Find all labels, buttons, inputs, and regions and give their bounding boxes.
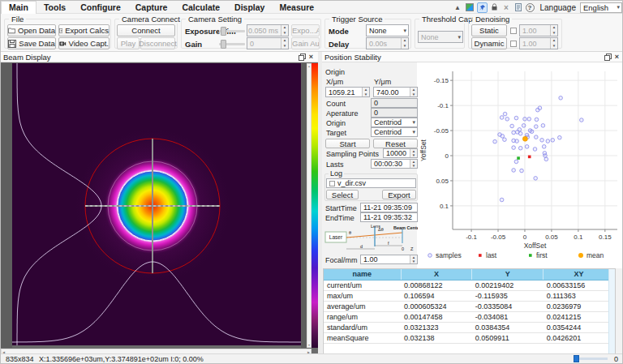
unlink-icon[interactable]: × bbox=[501, 2, 512, 13]
target-mode-select[interactable]: Centriod▾ bbox=[371, 127, 418, 137]
language-label: Language bbox=[540, 3, 577, 12]
svg-text:f: f bbox=[388, 241, 389, 246]
gain-auto-button: Gain Auto bbox=[291, 37, 320, 49]
table-scrollbar[interactable] bbox=[608, 269, 615, 353]
table-cell: 0.0426201 bbox=[544, 332, 615, 343]
pin-icon[interactable] bbox=[477, 2, 488, 13]
scroll-up-icon[interactable]: ▴ bbox=[308, 64, 310, 68]
export-calcs-label: Export Calcs bbox=[65, 26, 109, 35]
menu-tab-display[interactable]: Display bbox=[227, 1, 272, 14]
samples-point bbox=[503, 138, 507, 142]
folder-icon bbox=[8, 27, 15, 34]
gain-value-field[interactable]: 0▲▼ bbox=[247, 37, 289, 49]
static-checkbox[interactable] bbox=[510, 28, 517, 34]
sampling-points-input[interactable]: 10000▲▼ bbox=[383, 148, 418, 158]
table-cell: 0.0321323 bbox=[401, 322, 472, 332]
exposure-value: 0.050 ms bbox=[248, 27, 278, 35]
origin-y-spinner[interactable]: ▲▼ bbox=[410, 88, 417, 96]
legend-marker-samples bbox=[428, 254, 432, 258]
export-button[interactable]: Export bbox=[382, 190, 416, 199]
table-cell: range/um bbox=[324, 311, 401, 322]
exposure-spinner[interactable]: ▲▼ bbox=[281, 25, 288, 36]
save-data-button[interactable]: Save Data bbox=[7, 37, 56, 49]
select-label: Select bbox=[332, 191, 353, 199]
exposure-auto-button: Expo...Auto bbox=[291, 24, 320, 36]
lock-icon[interactable] bbox=[489, 2, 500, 13]
export-calcs-button[interactable]: Export Calcs bbox=[58, 24, 110, 36]
gain-spinner[interactable]: ▲▼ bbox=[281, 38, 288, 49]
focal-spinner[interactable]: ▲▼ bbox=[410, 255, 417, 263]
table-cell: 0.111363 bbox=[544, 290, 615, 301]
menu-tabs: MainToolsConfigureCaptureCalculateDispla… bbox=[1, 1, 321, 14]
gain-slider[interactable] bbox=[219, 43, 245, 45]
table-row: current/um0.008681220.002194020.00633156 bbox=[324, 280, 615, 290]
lasts-input[interactable]: 00:00:30▲▼ bbox=[371, 159, 418, 169]
theme-icon[interactable] bbox=[465, 2, 475, 13]
exposure-value-field[interactable]: 0.050 ms▲▼ bbox=[247, 24, 289, 36]
menu-tab-main[interactable]: Main bbox=[1, 1, 37, 14]
float-panel-icon[interactable] bbox=[298, 53, 307, 62]
log-file-checkbox[interactable] bbox=[329, 181, 335, 186]
dynamic-denoise-button[interactable]: Dynamic bbox=[471, 37, 507, 49]
trigger-mode-select[interactable]: None▾ bbox=[366, 24, 409, 36]
samples-point bbox=[533, 148, 537, 152]
collapse-icon[interactable]: ▲ bbox=[453, 2, 463, 13]
video-camera-icon bbox=[59, 41, 67, 47]
table-header-cell[interactable]: X bbox=[401, 269, 472, 280]
chevron-down-icon: ▾ bbox=[458, 34, 461, 41]
close-panel-icon[interactable]: × bbox=[612, 53, 621, 62]
open-data-button[interactable]: Open Data bbox=[7, 24, 56, 36]
scroll-down-icon[interactable]: ▾ bbox=[308, 343, 310, 347]
gain-slider-handle[interactable] bbox=[221, 40, 226, 49]
start-button[interactable]: Start bbox=[325, 139, 370, 148]
menu-tab-tools[interactable]: Tools bbox=[37, 1, 73, 14]
exposure-slider[interactable] bbox=[219, 30, 245, 32]
table-cell: 0.000605324 bbox=[401, 301, 472, 311]
menu-tab-measure[interactable]: Measure bbox=[272, 1, 321, 14]
target-mode-label: Target bbox=[326, 129, 346, 137]
focal-input[interactable]: 1.00▲▼ bbox=[360, 255, 418, 264]
count-field: 0 bbox=[371, 98, 418, 108]
menu-tab-calculate[interactable]: Calculate bbox=[174, 1, 227, 14]
zoom-slider[interactable] bbox=[574, 358, 608, 360]
beam-display-panel: Beam Display × bbox=[1, 52, 318, 355]
help-icon[interactable]: ? bbox=[526, 3, 535, 12]
origin-mode-select[interactable]: Centriod▾ bbox=[371, 118, 418, 127]
target-mode-value: Centriod bbox=[374, 128, 402, 136]
trigger-source-group: Trigger Source Mode None▾ Delay 0.00s▲▼ bbox=[324, 19, 411, 49]
static-denoise-button[interactable]: Static bbox=[471, 24, 507, 36]
menu-tab-capture[interactable]: Capture bbox=[128, 1, 175, 14]
origin-x-input[interactable]: 1059.21▲▼ bbox=[325, 87, 370, 97]
menu-tab-configure[interactable]: Configure bbox=[73, 1, 128, 14]
dynamic-checkbox[interactable] bbox=[510, 41, 517, 47]
float-panel-icon[interactable] bbox=[604, 53, 612, 62]
origin-x-spinner[interactable]: ▲▼ bbox=[362, 88, 369, 96]
file-group-title: File bbox=[9, 15, 26, 24]
sampling-spinner[interactable]: ▲▼ bbox=[410, 149, 417, 157]
table-header-cell[interactable]: name bbox=[324, 269, 401, 280]
language-select[interactable]: English▾ bbox=[580, 2, 622, 13]
video-capture-button[interactable]: Video Capt. bbox=[58, 37, 110, 49]
connect-button[interactable]: Connect bbox=[117, 24, 175, 36]
y-tick-label: 0.05 bbox=[436, 178, 449, 185]
table-header-cell[interactable]: XY bbox=[544, 269, 615, 280]
samples-point bbox=[546, 139, 550, 143]
reset-label: Reset bbox=[385, 139, 406, 148]
chevron-down-icon: ▾ bbox=[412, 129, 415, 135]
table-cell: 0.00219402 bbox=[472, 280, 544, 290]
table-header-cell[interactable]: Y bbox=[472, 269, 544, 280]
lasts-spinner[interactable]: ▲▼ bbox=[410, 160, 417, 168]
y-tick-label: 0 bbox=[445, 152, 449, 160]
zoom-slider-handle[interactable] bbox=[574, 355, 579, 362]
last-point bbox=[528, 156, 531, 159]
origin-y-input[interactable]: 740.00▲▼ bbox=[373, 87, 418, 97]
colormap-scale bbox=[312, 63, 318, 348]
exposure-slider-handle[interactable] bbox=[221, 27, 226, 36]
notes-icon[interactable] bbox=[513, 2, 524, 13]
focal-label: Focal/mm bbox=[325, 256, 358, 264]
table-cell: 0.00633156 bbox=[544, 280, 615, 290]
close-panel-icon[interactable]: × bbox=[307, 53, 316, 62]
select-button[interactable]: Select bbox=[326, 190, 359, 199]
threshold-capture-group: Threshold Capt. None▾ bbox=[415, 19, 465, 49]
reset-button[interactable]: Reset bbox=[373, 139, 418, 148]
